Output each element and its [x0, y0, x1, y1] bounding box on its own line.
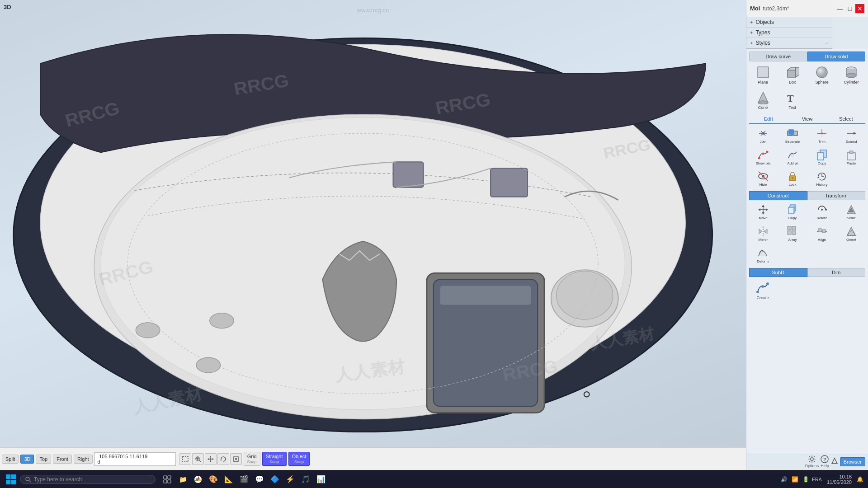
view-3d-button[interactable]: 3D [20, 455, 34, 464]
tray-icon-1[interactable]: 🔊 [780, 475, 789, 484]
trim-tool[interactable]: Trim [808, 126, 836, 145]
array-icon [786, 225, 799, 238]
rotate-tool[interactable]: Rotate [808, 202, 836, 222]
transform-tab[interactable]: Transform [807, 191, 866, 200]
draw-solid-tab[interactable]: Draw solid [807, 52, 866, 61]
svg-rect-114 [11, 474, 16, 479]
coordinates-display: -105.8667015 11.6119 d [94, 452, 176, 466]
styles-row[interactable]: + Styles → [746, 38, 832, 48]
bottom-toolbar: Split 3D Top Front Right -105.8667015 11… [0, 447, 746, 470]
copy2-tool[interactable]: Copy [778, 202, 807, 222]
cone-icon [756, 90, 770, 105]
app-icon-6[interactable]: ⚡ [284, 473, 297, 486]
tray-icon-3[interactable]: 🔋 [802, 475, 811, 484]
paste-tool[interactable]: Paste [837, 147, 865, 167]
view-tab[interactable]: View [788, 115, 827, 124]
tray-icon-2[interactable]: 📶 [791, 475, 800, 484]
view-front-button[interactable]: Front [53, 455, 72, 464]
lock-tool[interactable]: Lock [778, 169, 807, 188]
nav-reset-icon[interactable] [230, 453, 242, 465]
select-tab[interactable]: Select [826, 115, 865, 124]
svg-line-75 [759, 172, 768, 181]
nav-zoom-icon[interactable] [192, 453, 204, 465]
copy-icon [816, 149, 828, 161]
objects-row[interactable]: + Objects [746, 17, 832, 28]
start-button[interactable] [4, 472, 18, 487]
types-row[interactable]: + Types [746, 28, 832, 38]
svg-rect-41 [788, 70, 796, 77]
dim-tab[interactable]: Dim [807, 268, 866, 277]
align-tool[interactable]: Align [808, 224, 836, 244]
construct-tab[interactable]: Construct [749, 191, 807, 200]
nav-area-icon[interactable] [179, 453, 191, 465]
cone-tool[interactable]: Cone [749, 89, 777, 112]
box-tool[interactable]: Box [778, 63, 806, 87]
text-tool[interactable]: T Text [778, 89, 806, 112]
separate-tool[interactable]: Separate [778, 126, 807, 145]
minimize-button[interactable]: — [835, 4, 844, 13]
file-explorer-icon[interactable]: 📁 [176, 473, 189, 486]
array-tool[interactable]: Array [778, 224, 807, 244]
straight-snap-button[interactable]: Straight Snap [262, 452, 287, 466]
nav-rotate-icon[interactable] [217, 453, 229, 465]
view-top-button[interactable]: Top [36, 455, 51, 464]
lang-indicator[interactable]: FRA [812, 475, 821, 484]
rotate-label: Rotate [816, 216, 827, 221]
app-icon-5[interactable]: 🔷 [269, 473, 281, 486]
viewport-3d[interactable]: 3D www.rrcg.cn [0, 0, 746, 470]
expand-button[interactable] [831, 457, 838, 466]
trim-icon [816, 127, 828, 140]
show-pts-icon [757, 149, 769, 161]
clock[interactable]: 10:16 11/06/2020 [827, 474, 852, 485]
app-icon-7[interactable]: 🎵 [299, 473, 312, 486]
move-label: Move [759, 216, 768, 221]
plane-icon [756, 65, 770, 80]
extend-tool[interactable]: Extend [837, 126, 865, 145]
orient-tool[interactable]: Orient [837, 224, 865, 244]
taskbar-search[interactable] [20, 475, 156, 484]
model-scene: RRCG RRCG RRCG RRCG RRCG RRCG 人人素材 人人素材 … [0, 0, 746, 470]
nav-pan-icon[interactable] [205, 453, 217, 465]
app-icon-1[interactable]: 🎨 [207, 473, 220, 486]
time-display: 10:16 [839, 474, 852, 479]
options-button[interactable]: Options [805, 455, 819, 468]
move-tool[interactable]: Move [749, 202, 777, 222]
scale-tool[interactable]: Scale [837, 202, 865, 222]
grid-snap-sublabel: Snap [247, 460, 257, 465]
grid-snap-button[interactable]: Grid Snap [244, 452, 260, 466]
view-right-button[interactable]: Right [74, 455, 93, 464]
create-tool[interactable]: Create [749, 279, 776, 302]
maximize-button[interactable]: □ [845, 4, 854, 13]
sphere-icon [815, 65, 829, 80]
history-tool[interactable]: History [808, 169, 836, 188]
show-pts-tool[interactable]: Show pts [749, 147, 777, 167]
object-snap-button[interactable]: Object Snap [288, 452, 310, 466]
browser-button[interactable]: Browser [840, 457, 865, 466]
app-icon-4[interactable]: 💬 [253, 473, 266, 486]
chrome-icon[interactable] [192, 473, 204, 486]
edit-tab[interactable]: Edit [749, 115, 788, 124]
app-icon-3[interactable]: 🎬 [238, 473, 250, 486]
orient-icon [845, 225, 858, 238]
join-tool[interactable]: Join [749, 126, 777, 145]
hide-tool[interactable]: Hide [749, 169, 777, 188]
search-input[interactable] [34, 476, 142, 483]
subd-tab[interactable]: SubD [749, 268, 807, 277]
deform-tool[interactable]: Deform [749, 245, 776, 265]
taskbar-apps: 📁 🎨 📐 🎬 💬 🔷 ⚡ 🎵 📊 [161, 473, 327, 486]
help-button[interactable]: ? Help [821, 455, 829, 468]
sphere-tool[interactable]: Sphere [808, 63, 836, 87]
add-pt-tool[interactable]: Add pt [778, 147, 807, 167]
split-button[interactable]: Split [2, 455, 19, 464]
app-icon-2[interactable]: 📐 [222, 473, 235, 486]
draw-curve-tab[interactable]: Draw curve [749, 52, 807, 61]
copy-tool[interactable]: Copy [808, 147, 836, 167]
close-button[interactable]: ✕ [855, 4, 864, 13]
mirror-tool[interactable]: Mirror [749, 224, 777, 244]
cylinder-tool[interactable]: Cylinder [838, 63, 865, 87]
plane-tool[interactable]: Plane [749, 63, 777, 87]
taskview-icon[interactable] [161, 473, 174, 486]
show-pts-label: Show pts [756, 162, 771, 166]
app-icon-8[interactable]: 📊 [315, 473, 327, 486]
notification-icon[interactable]: 🔔 [855, 475, 864, 484]
